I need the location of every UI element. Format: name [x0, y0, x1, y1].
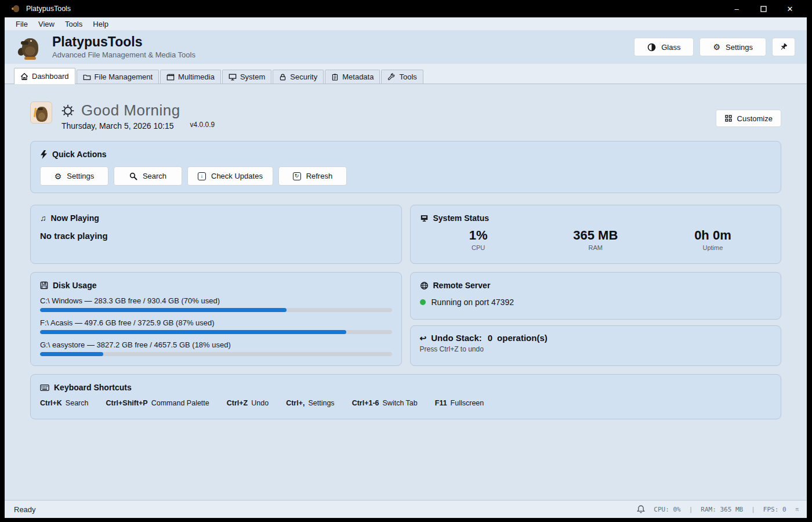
tabstrip: Dashboard File Management Multimedia Sys…	[5, 64, 807, 84]
gear-icon: ⚙	[713, 43, 720, 51]
undo-stack-title: Undo Stack:	[431, 333, 482, 343]
qa-search-button[interactable]: Search	[114, 166, 182, 186]
contrast-icon	[647, 43, 656, 52]
tab-label: Security	[290, 72, 317, 81]
clipboard-icon	[331, 73, 339, 81]
qa-button-label: Settings	[67, 172, 94, 180]
tab-label: Tools	[399, 72, 416, 81]
app-window: PlatypusTools – ✕ File View Tools Help P…	[5, 0, 807, 518]
now-playing-message: No track playing	[40, 231, 392, 241]
glass-button[interactable]: Glass	[634, 38, 694, 56]
tab-dashboard[interactable]: Dashboard	[14, 68, 75, 84]
close-button[interactable]: ✕	[777, 0, 803, 17]
menu-file[interactable]: File	[10, 20, 33, 28]
shortcut-item: Ctrl+ZUndo	[227, 399, 269, 407]
greeting-title: Good Morning	[81, 102, 180, 119]
quick-actions-card: Quick Actions ⚙ Settings Search ↓ Check …	[30, 141, 781, 193]
globe-icon	[420, 281, 429, 290]
disk-label-f: F:\ Acasis — 497.6 GB free / 3725.9 GB (…	[40, 318, 392, 327]
shortcut-item: Ctrl+KSearch	[40, 399, 88, 407]
qa-check-updates-button[interactable]: ↓ Check Updates	[187, 166, 273, 186]
system-status-title: System Status	[433, 213, 489, 223]
undo-hint: Press Ctrl+Z to undo	[420, 345, 772, 353]
ram-stat: 365 MB RAM	[537, 228, 654, 251]
app-title: PlatypusTools	[52, 35, 195, 49]
disk-usage-title: Disk Usage	[53, 281, 96, 290]
status-cpu: CPU: 0%	[654, 506, 680, 513]
tab-metadata[interactable]: Metadata	[325, 70, 380, 84]
gear-icon: ⚙	[55, 172, 62, 180]
greeting-date: Thursday, March 5, 2026 10:15	[61, 121, 174, 130]
undo-count: 0	[488, 333, 492, 343]
pushpin-icon	[779, 42, 788, 52]
menu-view[interactable]: View	[33, 20, 60, 28]
tab-security[interactable]: Security	[273, 70, 324, 84]
tab-system[interactable]: System	[222, 70, 271, 84]
ram-label: RAM	[537, 244, 654, 251]
disk-fill	[40, 330, 346, 334]
platypus-logo	[16, 34, 43, 60]
keyboard-icon	[40, 384, 49, 392]
lightning-icon	[40, 150, 48, 159]
customize-button-label: Customize	[737, 114, 773, 123]
maximize-button[interactable]	[750, 0, 777, 17]
window-title: PlatypusTools	[26, 5, 71, 13]
tab-multimedia[interactable]: Multimedia	[160, 70, 221, 84]
menu-help[interactable]: Help	[88, 20, 114, 28]
bell-icon[interactable]	[636, 505, 646, 514]
undo-stack-card: ↩ Undo Stack: 0 operation(s) Press Ctrl+…	[410, 325, 782, 366]
undo-suffix: operation(s)	[497, 333, 548, 343]
keyboard-shortcuts-title: Keyboard Shortcuts	[54, 383, 132, 392]
system-status-card: System Status 1% CPU 365 MB RAM 0h 0m Up…	[410, 205, 782, 264]
tab-label: Multimedia	[178, 72, 215, 81]
tab-label: System	[240, 72, 265, 81]
refresh-box-icon: ↻	[293, 172, 301, 180]
platypus-app-icon	[12, 4, 21, 13]
keyboard-shortcuts-card: Keyboard Shortcuts Ctrl+KSearch Ctrl+Shi…	[30, 374, 781, 419]
remote-server-title: Remote Server	[433, 281, 491, 290]
separator: |	[689, 506, 693, 513]
folder-icon	[83, 73, 91, 81]
house-icon	[20, 72, 28, 81]
uptime-stat: 0h 0m Uptime	[654, 228, 771, 251]
disk-label-c: C:\ Windows — 283.3 GB free / 930.4 GB (…	[40, 296, 392, 305]
qa-settings-button[interactable]: ⚙ Settings	[40, 166, 108, 186]
qa-button-label: Refresh	[306, 172, 333, 180]
status-text: Ready	[14, 505, 36, 514]
server-status-dot	[420, 299, 426, 305]
app-version: v4.0.0.9	[190, 121, 215, 129]
qa-refresh-button[interactable]: ↻ Refresh	[278, 166, 347, 186]
tab-label: Dashboard	[32, 72, 69, 81]
qa-button-label: Check Updates	[211, 172, 263, 180]
greeting-section: Good Morning Thursday, March 5, 2026 10:…	[30, 102, 781, 130]
settings-button[interactable]: ⚙ Settings	[699, 38, 766, 56]
statusbar: Ready CPU: 0% | RAM: 365 MB | FPS: 0 π	[5, 500, 807, 518]
separator: |	[751, 506, 755, 513]
ram-value: 365 MB	[537, 228, 654, 243]
monitor-icon	[229, 73, 237, 81]
uptime-value: 0h 0m	[654, 228, 771, 243]
menubar: File View Tools Help	[5, 17, 807, 30]
customize-button[interactable]: Customize	[716, 110, 781, 127]
shortcut-item: Ctrl+1-6Switch Tab	[352, 399, 418, 407]
remote-server-card: Remote Server Running on port 47392	[410, 272, 782, 320]
disk-usage-card: Disk Usage C:\ Windows — 283.3 GB free /…	[30, 272, 402, 366]
disk-bar-f	[40, 330, 392, 334]
glass-button-label: Glass	[661, 43, 680, 52]
now-playing-title: Now Playing	[51, 213, 99, 223]
resize-grip[interactable]: π	[796, 506, 799, 512]
music-note-icon: ♫	[40, 214, 46, 222]
quick-actions-title: Quick Actions	[52, 150, 107, 159]
server-status-text: Running on port 47392	[432, 298, 514, 307]
maximize-icon	[760, 6, 767, 12]
pin-button[interactable]	[772, 38, 795, 56]
minimize-button[interactable]: –	[723, 0, 750, 17]
tab-tools[interactable]: Tools	[381, 70, 423, 84]
tab-label: Metadata	[342, 72, 374, 81]
app-subtitle: Advanced File Management & Media Tools	[52, 50, 195, 59]
clapperboard-icon	[166, 73, 175, 81]
disk-label-g: G:\ easystore — 3827.2 GB free / 4657.5 …	[40, 340, 392, 349]
menu-tools[interactable]: Tools	[60, 20, 88, 28]
tab-file-management[interactable]: File Management	[77, 70, 159, 84]
platypus-avatar	[30, 102, 52, 124]
